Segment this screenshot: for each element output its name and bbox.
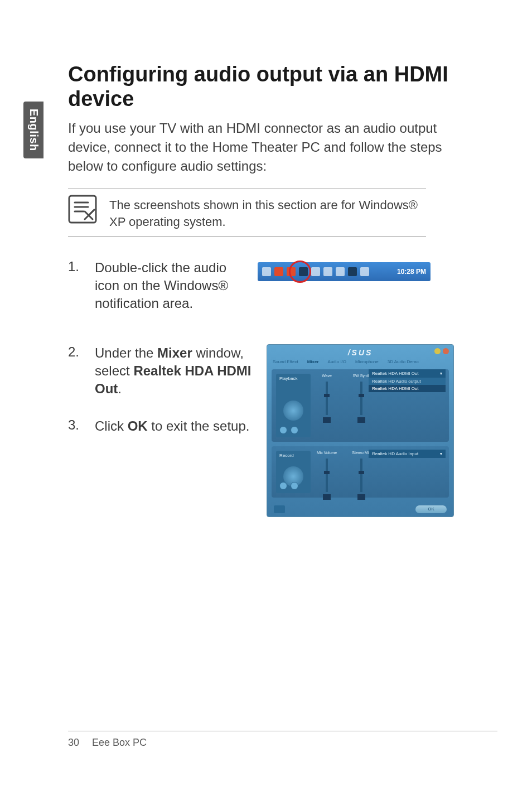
minimize-icon: [434, 348, 441, 354]
step-2-text: Under the Mixer window, select Realtek H…: [95, 344, 255, 398]
slider-wave: [326, 382, 328, 415]
window-controls: [434, 348, 449, 354]
mixer-icon: [274, 505, 285, 513]
language-tab: English: [23, 102, 43, 158]
step-2-number: 2.: [68, 344, 85, 360]
mute-mic: [323, 494, 331, 500]
output-dropdown: Realtek HDA HDMI Out▾ Realtek HD Audio o…: [369, 369, 446, 392]
language-tab-label: English: [27, 109, 40, 151]
mute-wave: [323, 417, 331, 423]
tray-icon-bluetooth: [348, 267, 357, 276]
page-number: 30: [68, 737, 79, 748]
tray-icon-audio: [274, 267, 283, 276]
tray-icon: [323, 267, 332, 276]
mixer-tabs: Sound Effect Mixer Audio I/O Microphone …: [273, 359, 448, 364]
step-3-number: 3.: [68, 417, 85, 433]
dropdown-option-1: Realtek HD Audio output: [369, 378, 446, 385]
step-2: 2. Under the Mixer window, select Realte…: [68, 344, 255, 398]
step-3: 3. Click OK to exit the setup.: [68, 417, 255, 435]
mute-sw: [357, 417, 365, 423]
tray-icon: [262, 267, 271, 276]
page-title: Configuring audio output via an HDMI dev…: [68, 62, 497, 111]
slider-wave-label: Wave: [315, 374, 338, 379]
intro-paragraph: If you use your TV with an HDMI connecto…: [68, 119, 447, 175]
mute-stereo: [357, 494, 365, 500]
note-icon: [68, 195, 97, 224]
dropdown-option-2: Realtek HDA HDMI Out: [369, 385, 446, 392]
tray-icon: [299, 267, 308, 276]
playback-master: Playback: [276, 374, 311, 437]
taskbar-screenshot: 10:28 PM: [258, 262, 497, 284]
tray-icon: [360, 267, 369, 276]
chevron-down-icon: ▾: [440, 451, 442, 456]
note-text: The screenshots shown in this section ar…: [109, 195, 426, 230]
playback-label: Playback: [276, 374, 311, 383]
doc-title: Eee Box PC: [92, 737, 147, 748]
tab-microphone: Microphone: [355, 359, 379, 364]
slider-mic-label: Mic Volume: [315, 451, 338, 456]
record-master: Record: [276, 451, 311, 493]
step-1-number: 1.: [68, 259, 85, 313]
close-icon: [443, 348, 449, 354]
ok-button: OK: [415, 505, 447, 513]
mixer-screenshot: /SUS Sound Effect Mixer Audio I/O Microp…: [267, 344, 454, 517]
slider-sw: [360, 382, 362, 415]
steps-2-3-row: 2. Under the Mixer window, select Realte…: [68, 344, 497, 517]
input-dropdown: Realtek HD Audio Input▾: [369, 450, 446, 458]
slider-stereo: [360, 459, 362, 492]
record-label: Record: [276, 451, 311, 460]
chevron-down-icon: ▾: [440, 371, 442, 376]
content-area: Configuring audio output via an HDMI dev…: [68, 62, 497, 517]
dropdown-selected: Realtek HDA HDMI Out▾: [369, 369, 446, 378]
record-sliders: Mic Volume Stereo Mix: [315, 451, 373, 500]
taskbar-clock: 10:28 PM: [397, 268, 426, 276]
step-1-row: 1. Double-click the audio icon on the Wi…: [68, 259, 497, 313]
playback-knob: [283, 401, 303, 421]
playback-sliders: Wave SW Synth: [315, 374, 373, 423]
taskbar: 10:28 PM: [258, 262, 431, 281]
footer: 30 Eee Box PC: [68, 731, 497, 749]
page: English Configuring audio output via an …: [0, 0, 532, 791]
tray-icon: [311, 267, 320, 276]
tab-mixer: Mixer: [307, 359, 319, 364]
note-box: The screenshots shown in this section ar…: [68, 189, 426, 236]
step-1-text: Double-click the audio icon on the Windo…: [95, 259, 246, 313]
mixer-brand: /SUS: [267, 348, 453, 357]
step-3-text: Click OK to exit the setup.: [95, 417, 255, 435]
tab-3d-audio: 3D Audio Demo: [388, 359, 419, 364]
tab-audio-io: Audio I/O: [328, 359, 346, 364]
tray-icon: [336, 267, 345, 276]
tab-sound-effect: Sound Effect: [273, 359, 298, 364]
slider-mic: [326, 459, 328, 492]
tray-icon-volume: [287, 267, 296, 276]
